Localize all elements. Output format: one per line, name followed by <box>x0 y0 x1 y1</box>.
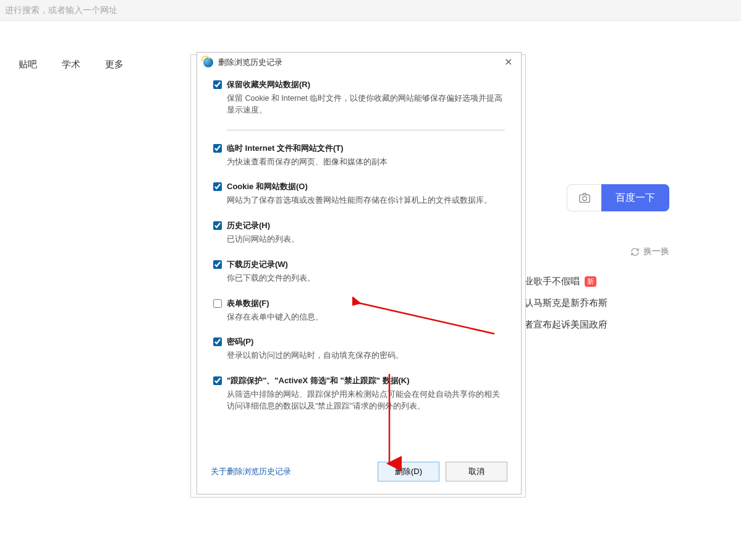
nav-xueshu[interactable]: 学术 <box>62 59 80 70</box>
option-description: 从筛选中排除的网站、跟踪保护用来检测站点可能会在何处自动共享你的相关访问详细信息… <box>227 389 505 412</box>
news-text: 认马斯克是新乔布斯 <box>524 297 608 309</box>
camera-icon <box>578 192 591 203</box>
option-checkbox[interactable] <box>213 221 222 230</box>
badge-new: 新 <box>585 276 596 287</box>
cancel-button[interactable]: 取消 <box>446 462 507 482</box>
option-checkbox[interactable] <box>213 299 222 308</box>
option-description: 已访问网站的列表。 <box>227 234 505 245</box>
dialog-title-text: 删除浏览历史记录 <box>218 57 282 68</box>
nav-tieba[interactable]: 贴吧 <box>19 59 37 70</box>
option-row: 保留收藏夹网站数据(R)保留 Cookie 和 Internet 临时文件，以使… <box>213 79 505 116</box>
option-label: 保留收藏夹网站数据(R) <box>227 79 310 90</box>
option-row: 密码(P)登录以前访问过的网站时，自动填充保存的密码。 <box>213 336 505 362</box>
option-label: 表单数据(F) <box>227 298 269 309</box>
svg-rect-0 <box>579 195 589 202</box>
dialog-footer: 关于删除浏览历史记录 删除(D) 取消 <box>197 453 521 494</box>
delete-history-dialog: 删除浏览历史记录 ✕ 保留收藏夹网站数据(R)保留 Cookie 和 Inter… <box>197 52 522 494</box>
option-row: 历史记录(H)已访问网站的列表。 <box>213 220 505 245</box>
option-checkbox[interactable] <box>213 260 222 269</box>
option-label: 密码(P) <box>227 336 253 347</box>
option-label: 下载历史记录(W) <box>227 259 288 270</box>
option-label: 临时 Internet 文件和网站文件(T) <box>227 143 344 154</box>
refresh-label: 换一换 <box>643 246 669 257</box>
news-list: 业歌手不假唱 新 认马斯克是新乔布斯 者宣布起诉美国政府 <box>524 271 685 336</box>
refresh-icon <box>630 247 640 257</box>
option-checkbox[interactable] <box>213 182 222 191</box>
option-row: 临时 Internet 文件和网站文件(T)为快速查看而保存的网页、图像和媒体的… <box>213 143 505 168</box>
option-label: "跟踪保护"、"ActiveX 筛选"和 "禁止跟踪" 数据(K) <box>227 375 410 386</box>
nav-tabs: 贴吧 学术 更多 <box>19 59 124 70</box>
option-description: 登录以前访问过的网站时，自动填充保存的密码。 <box>227 350 505 362</box>
option-row: 表单数据(F)保存在表单中键入的信息。 <box>213 298 505 323</box>
separator <box>227 130 505 130</box>
option-row: Cookie 和网站数据(O)网站为了保存首选项或改善网站性能而存储在你计算机上… <box>213 181 505 206</box>
delete-button[interactable]: 删除(D) <box>378 462 439 482</box>
option-description: 保留 Cookie 和 Internet 临时文件，以使你收藏的网站能够保存偏好… <box>227 93 505 116</box>
option-checkbox[interactable] <box>213 337 222 346</box>
news-text: 者宣布起诉美国政府 <box>524 319 608 331</box>
news-item[interactable]: 认马斯克是新乔布斯 <box>524 292 685 314</box>
camera-button[interactable] <box>567 184 601 211</box>
address-placeholder: 进行搜索，或者输入一个网址 <box>5 5 117 15</box>
refresh-button[interactable]: 换一换 <box>630 246 669 257</box>
option-description: 你已下载的文件的列表。 <box>227 273 505 284</box>
search-button[interactable]: 百度一下 <box>601 184 669 211</box>
option-checkbox[interactable] <box>213 376 222 385</box>
dialog-body: 保留收藏夹网站数据(R)保留 Cookie 和 Internet 临时文件，以使… <box>197 72 521 453</box>
option-checkbox[interactable] <box>213 80 222 89</box>
about-link[interactable]: 关于删除浏览历史记录 <box>211 466 291 477</box>
news-text: 业歌手不假唱 <box>524 276 580 287</box>
dialog-titlebar: 删除浏览历史记录 ✕ <box>197 53 521 72</box>
option-checkbox[interactable] <box>213 144 222 153</box>
option-row: "跟踪保护"、"ActiveX 筛选"和 "禁止跟踪" 数据(K)从筛选中排除的… <box>213 375 505 412</box>
address-bar[interactable]: 进行搜索，或者输入一个网址 <box>0 0 741 21</box>
news-item[interactable]: 者宣布起诉美国政府 <box>524 314 685 336</box>
option-row: 下载历史记录(W)你已下载的文件的列表。 <box>213 259 505 284</box>
news-item[interactable]: 业歌手不假唱 新 <box>524 271 685 292</box>
close-icon[interactable]: ✕ <box>502 56 515 68</box>
option-label: Cookie 和网站数据(O) <box>227 181 308 192</box>
option-description: 保存在表单中键入的信息。 <box>227 312 505 323</box>
option-description: 为快速查看而保存的网页、图像和媒体的副本 <box>227 156 505 168</box>
option-description: 网站为了保存首选项或改善网站性能而存储在你计算机上的文件或数据库。 <box>227 195 505 206</box>
ie-icon <box>203 57 213 67</box>
svg-point-1 <box>582 197 586 201</box>
nav-more[interactable]: 更多 <box>105 59 124 70</box>
search-area: 百度一下 <box>567 184 669 211</box>
option-label: 历史记录(H) <box>227 220 270 231</box>
